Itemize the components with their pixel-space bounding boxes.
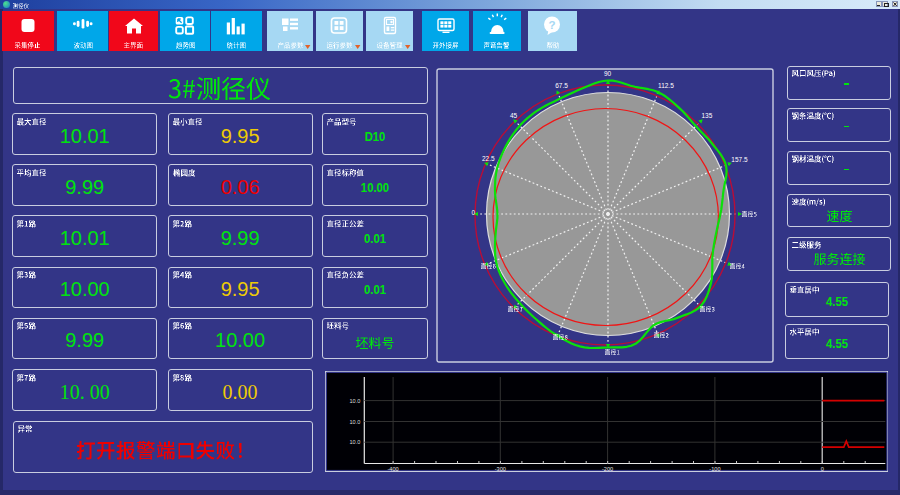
svg-text:-400: -400 (387, 466, 398, 472)
svg-text:10.0: 10.0 (349, 439, 360, 445)
svg-text:10.0: 10.0 (349, 418, 360, 424)
svg-text:?: ? (549, 19, 556, 31)
svg-text:-100: -100 (709, 466, 720, 472)
svg-text:10.0: 10.0 (349, 398, 360, 404)
svg-text:-300: -300 (494, 466, 505, 472)
svg-text:-200: -200 (602, 466, 613, 472)
svg-text:0: 0 (820, 466, 823, 472)
